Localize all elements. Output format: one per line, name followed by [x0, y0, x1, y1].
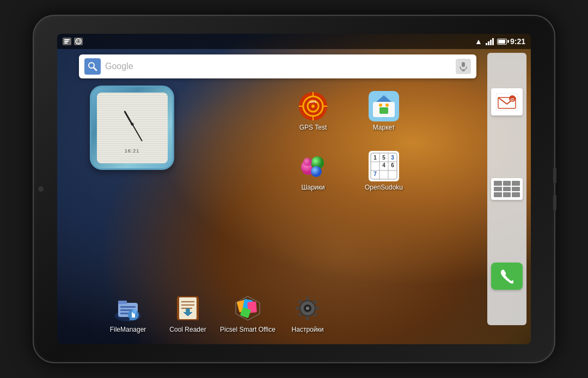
svg-rect-2	[64, 42, 68, 44]
app-icon-gps-test[interactable]: GPS GPS Test	[291, 91, 335, 131]
volume-button[interactable]	[553, 194, 556, 211]
svg-point-28	[303, 157, 312, 166]
app-dot-4	[494, 187, 502, 192]
svg-point-5	[79, 40, 80, 41]
clock-face: 16:21	[97, 93, 168, 163]
app-dot-8	[503, 192, 511, 197]
app-dot-5	[503, 187, 511, 192]
sudoku-label: OpenSudoku	[365, 184, 403, 191]
svg-rect-44	[118, 301, 127, 304]
status-notifications	[63, 38, 83, 45]
svg-text:6: 6	[391, 162, 394, 168]
app-icon-picsel[interactable]: Picsel Smart Office	[226, 293, 270, 333]
app-dot-3	[512, 181, 520, 186]
svg-point-66	[306, 307, 309, 310]
svg-rect-69	[296, 307, 300, 309]
clock-minute-hand	[132, 124, 143, 141]
svg-rect-70	[315, 307, 320, 309]
app-icon-cool-reader[interactable]: Cool Reader	[166, 293, 210, 333]
wifi-icon: ▲	[475, 37, 482, 46]
market-label: Маркет	[373, 124, 395, 131]
search-magnifier-icon	[84, 58, 101, 75]
cool-reader-label: Cool Reader	[169, 326, 206, 333]
svg-text:3: 3	[391, 155, 394, 161]
svg-line-7	[94, 68, 96, 70]
power-button[interactable]	[553, 167, 556, 184]
svg-rect-75	[496, 93, 518, 111]
svg-point-50	[132, 309, 137, 314]
status-bar: ▲ 9:21	[57, 34, 531, 49]
app-dot-1	[494, 181, 502, 186]
svg-rect-1	[64, 41, 69, 42]
svg-rect-22	[379, 107, 388, 114]
app-icon-filemanager[interactable]: FileManager	[106, 293, 150, 333]
svg-text:5: 5	[382, 155, 385, 161]
mic-icon[interactable]	[456, 59, 471, 74]
clock-center	[131, 123, 133, 125]
signal-icon	[486, 38, 494, 45]
svg-point-14	[311, 105, 315, 108]
side-buttons	[553, 167, 556, 211]
svg-rect-67	[307, 296, 309, 301]
svg-point-27	[311, 166, 322, 177]
svg-rect-45	[120, 306, 136, 308]
search-input[interactable]: Google	[105, 62, 456, 71]
svg-rect-8	[462, 62, 465, 67]
svg-point-57	[186, 308, 190, 313]
screen: ▲ 9:21 Google	[57, 34, 531, 344]
app-dot-6	[512, 187, 520, 192]
apps-row-1: GPS GPS Test	[291, 91, 406, 131]
gps-test-icon: GPS	[298, 91, 328, 121]
filemanager-icon	[113, 293, 143, 324]
app-dot-9	[512, 192, 520, 197]
settings-icon-img	[292, 293, 323, 324]
svg-rect-68	[307, 316, 309, 320]
filemanager-label: FileManager	[110, 326, 146, 333]
settings-label: Настройки	[292, 326, 324, 333]
svg-point-24	[385, 103, 389, 107]
apps-widget[interactable]	[491, 178, 523, 200]
status-time: 9:21	[510, 37, 525, 46]
battery-icon	[497, 39, 507, 45]
svg-text:4: 4	[382, 162, 385, 168]
phone-widget[interactable]	[491, 263, 523, 290]
status-indicators: ▲ 9:21	[475, 37, 525, 46]
balls-label: Шарики	[301, 184, 324, 191]
clock-date: 16:21	[125, 148, 140, 154]
clock-hands	[111, 102, 154, 146]
app-dot-7	[494, 192, 502, 197]
svg-point-23	[379, 103, 382, 107]
sudoku-icon: 1 5 4 6 7 3	[369, 151, 399, 181]
app-dot-2	[503, 181, 511, 186]
svg-text:1: 1	[373, 155, 377, 161]
gps-test-label: GPS Test	[299, 124, 327, 131]
svg-rect-0	[64, 39, 70, 40]
balls-icon	[298, 151, 328, 181]
apps-bottom: FileManager	[106, 293, 329, 333]
market-icon	[369, 91, 399, 121]
svg-text:GPS: GPS	[310, 100, 317, 103]
task-icon	[63, 38, 71, 45]
wallpaper: ▲ 9:21 Google	[57, 34, 531, 344]
svg-text:@: @	[510, 97, 514, 102]
right-panel: @	[487, 53, 526, 325]
coolreader-icon	[173, 293, 203, 324]
app-icon-sudoku[interactable]: 1 5 4 6 7 3 OpenSudoku	[362, 151, 406, 191]
clock-widget: 16:21	[90, 86, 174, 170]
tablet: ScreenshotUX ▲	[33, 15, 555, 363]
picsel-label: Picsel Smart Office	[220, 326, 275, 333]
svg-point-4	[77, 40, 78, 41]
apps-row-2: Шарики 1 5 4	[291, 151, 406, 191]
app-icon-settings[interactable]: Настройки	[286, 293, 329, 333]
face-icon	[74, 38, 83, 45]
email-widget[interactable]: @	[491, 88, 523, 115]
app-icon-market[interactable]: Маркет	[362, 91, 406, 131]
svg-text:7: 7	[373, 171, 377, 177]
picsel-icon	[232, 293, 263, 324]
app-icon-balls[interactable]: Шарики	[291, 151, 335, 191]
search-bar[interactable]: Google	[79, 54, 476, 78]
